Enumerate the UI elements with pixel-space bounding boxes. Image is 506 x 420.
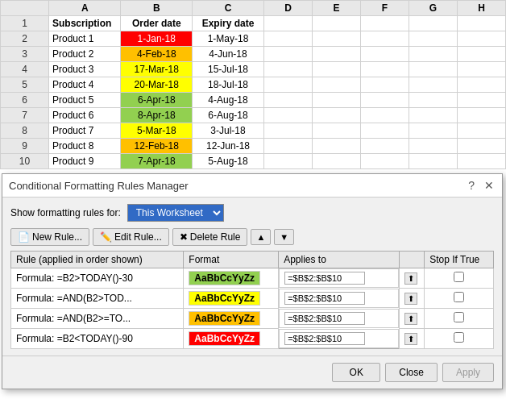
show-rules-label: Show formatting rules for: xyxy=(10,207,121,218)
cell-order-date: 7-Apr-18 xyxy=(121,154,193,169)
cell-col-g xyxy=(409,108,457,123)
help-button[interactable]: ? xyxy=(467,179,476,192)
format-preview-label: AaBbCcYyZz xyxy=(189,271,260,285)
cell-col-g xyxy=(409,47,457,62)
cell-order-date: 1-Jan-18 xyxy=(121,31,193,47)
close-icon-button[interactable]: ✕ xyxy=(483,179,496,192)
cell-col-h xyxy=(457,139,505,154)
edit-rule-label: Edit Rule... xyxy=(114,231,162,243)
cell-col-f xyxy=(360,77,409,93)
cell-order-date: Order date xyxy=(121,16,193,31)
applies-to-input[interactable] xyxy=(284,292,365,305)
applies-to-input[interactable] xyxy=(284,312,365,325)
col-header-a: A xyxy=(49,1,121,16)
format-preview-label: AaBbCcYyZz xyxy=(189,311,260,326)
show-rules-select[interactable]: This Worksheet xyxy=(127,204,224,222)
stop-if-true-checkbox[interactable] xyxy=(454,312,464,322)
stop-if-true-checkbox[interactable] xyxy=(454,272,464,282)
cell-col-f xyxy=(360,16,409,31)
new-rule-button[interactable]: 📄 New Rule... xyxy=(10,228,89,246)
cell-col-f xyxy=(360,93,409,108)
rules-header-expand xyxy=(400,252,425,268)
move-down-button[interactable]: ▼ xyxy=(274,229,294,245)
cell-col-g xyxy=(409,77,457,93)
format-preview-label: AaBbCcYyZz xyxy=(189,331,260,346)
rule-format-preview: AaBbCcYyZz xyxy=(184,289,279,309)
cell-subscription: Product 3 xyxy=(49,62,121,77)
row-number: 3 xyxy=(1,47,49,62)
cell-col-f xyxy=(360,139,409,154)
edit-rule-icon: ✏️ xyxy=(100,231,112,243)
expand-range-button[interactable]: ⬆ xyxy=(404,293,417,305)
rule-format-preview: AaBbCcYyZz xyxy=(184,268,279,289)
stop-if-true-cell xyxy=(425,329,494,349)
cell-col-g xyxy=(409,93,457,108)
cell-col-f xyxy=(360,123,409,139)
delete-rule-icon: ✖ xyxy=(180,231,188,243)
rule-applies-to xyxy=(279,268,399,288)
applies-to-input[interactable] xyxy=(284,332,365,345)
row-number: 9 xyxy=(1,139,49,154)
edit-rule-button[interactable]: ✏️ Edit Rule... xyxy=(93,228,169,246)
new-rule-label: New Rule... xyxy=(32,231,82,243)
cell-col-h xyxy=(457,154,505,169)
delete-rule-button[interactable]: ✖ Delete Rule xyxy=(172,228,248,246)
rule-formula: Formula: =AND(B2>TOD... xyxy=(11,289,184,309)
cell-col-d xyxy=(263,77,312,93)
cell-subscription: Product 8 xyxy=(49,139,121,154)
dialog-window-controls: ? ✕ xyxy=(467,179,496,192)
rules-table: Rule (applied in order shown) Format App… xyxy=(10,251,494,349)
move-up-button[interactable]: ▲ xyxy=(251,229,271,245)
cell-expiry-date: 3-Jul-18 xyxy=(193,123,264,139)
expand-range-button[interactable]: ⬆ xyxy=(404,313,417,325)
apply-button[interactable]: Apply xyxy=(442,363,494,382)
cell-col-g xyxy=(409,139,457,154)
close-dialog-button[interactable]: Close xyxy=(385,363,438,382)
cell-col-d xyxy=(263,108,312,123)
cell-subscription: Product 9 xyxy=(49,154,121,169)
col-header-e: E xyxy=(312,1,360,16)
cell-col-f xyxy=(360,154,409,169)
cell-expiry-date: 12-Jun-18 xyxy=(193,139,264,154)
cell-expiry-date: 1-May-18 xyxy=(193,31,264,47)
cell-col-e xyxy=(312,62,360,77)
cell-order-date: 8-Apr-18 xyxy=(121,108,193,123)
cell-col-e xyxy=(312,47,360,62)
stop-if-true-cell xyxy=(425,309,494,329)
cell-subscription: Product 4 xyxy=(49,77,121,93)
cell-order-date: 17-Mar-18 xyxy=(121,62,193,77)
rule-applies-to xyxy=(279,289,399,308)
ok-button[interactable]: OK xyxy=(332,363,380,382)
rule-format-preview: AaBbCcYyZz xyxy=(184,329,279,349)
cell-col-h xyxy=(457,123,505,139)
row-number: 7 xyxy=(1,108,49,123)
expand-range-button[interactable]: ⬆ xyxy=(404,333,417,345)
stop-if-true-checkbox[interactable] xyxy=(454,332,464,343)
dialog-titlebar: Conditional Formatting Rules Manager ? ✕ xyxy=(2,174,502,198)
stop-if-true-checkbox[interactable] xyxy=(454,292,464,302)
cell-expiry-date: 15-Jul-18 xyxy=(193,62,264,77)
cell-order-date: 4-Feb-18 xyxy=(121,47,193,62)
cell-col-e xyxy=(312,77,360,93)
cell-order-date: 5-Mar-18 xyxy=(121,123,193,139)
cell-col-d xyxy=(263,154,312,169)
cell-order-date: 20-Mar-18 xyxy=(121,77,193,93)
dialog-title: Conditional Formatting Rules Manager xyxy=(9,180,189,192)
expand-cell: ⬆ xyxy=(400,268,425,289)
cell-subscription: Product 1 xyxy=(49,31,121,47)
toolbar-row: 📄 New Rule... ✏️ Edit Rule... ✖ Delete R… xyxy=(10,228,494,246)
expand-range-button[interactable]: ⬆ xyxy=(404,272,417,285)
cell-subscription: Product 2 xyxy=(49,47,121,62)
delete-rule-label: Delete Rule xyxy=(190,231,241,243)
expand-cell: ⬆ xyxy=(400,309,425,329)
format-preview-label: AaBbCcYyZz xyxy=(189,291,260,306)
rules-header-applies-to: Applies to xyxy=(279,252,400,268)
row-number: 8 xyxy=(1,123,49,139)
applies-to-input[interactable] xyxy=(284,272,365,285)
cell-col-h xyxy=(457,31,505,47)
col-header-f: F xyxy=(360,1,409,16)
rules-header-rule: Rule (applied in order shown) xyxy=(11,252,184,268)
cell-col-h xyxy=(457,108,505,123)
cell-expiry-date: 6-Aug-18 xyxy=(193,108,264,123)
cell-col-f xyxy=(360,31,409,47)
